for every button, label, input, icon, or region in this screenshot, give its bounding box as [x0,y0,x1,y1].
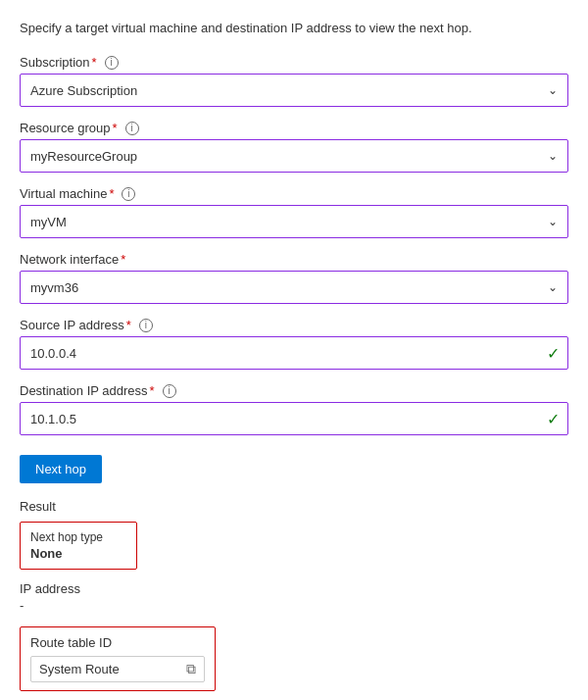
source-ip-label-text: Source IP address [20,318,124,332]
resource-group-dropdown[interactable]: myResourceGroup ⌄ [20,139,568,173]
source-ip-info-icon[interactable]: i [139,319,153,332]
ip-address-label: IP address [20,581,568,596]
subscription-required: * [92,55,97,70]
network-interface-label: Network interface * [20,252,568,267]
next-hop-type-value: None [30,546,126,561]
ip-address-value: - [20,598,568,613]
route-table-box: Route table ID System Route ⧉ [20,626,216,691]
result-section: Result Next hop type None IP address - R… [20,499,568,691]
destination-ip-required: * [150,383,155,398]
virtual-machine-value: myVM [30,215,548,229]
subscription-label-text: Subscription [20,55,90,70]
destination-ip-info-icon[interactable]: i [163,384,176,398]
route-table-inner: System Route ⧉ [30,656,205,682]
destination-ip-check-icon: ✓ [547,410,567,428]
virtual-machine-required: * [109,186,114,201]
destination-ip-input[interactable] [21,412,547,426]
next-hop-type-label: Next hop type [30,530,126,544]
destination-ip-label-text: Destination IP address [20,383,148,398]
network-interface-required: * [121,252,125,267]
source-ip-label: Source IP address * i [20,318,568,332]
virtual-machine-dropdown-arrow: ⌄ [548,215,558,228]
resource-group-value: myResourceGroup [30,149,548,164]
source-ip-check-icon: ✓ [547,344,567,363]
subscription-label: Subscription * i [20,55,568,70]
ip-address-section: IP address - [20,581,568,613]
resource-group-group: Resource group * i myResourceGroup ⌄ [20,121,568,173]
network-interface-label-text: Network interface [20,252,119,267]
virtual-machine-dropdown[interactable]: myVM ⌄ [20,205,568,238]
resource-group-dropdown-arrow: ⌄ [548,149,558,163]
resource-group-required: * [113,121,118,135]
subscription-dropdown-arrow: ⌄ [548,83,558,97]
network-interface-dropdown-arrow: ⌄ [548,280,558,294]
virtual-machine-label: Virtual machine * i [20,186,568,201]
source-ip-input-wrapper: ✓ [20,336,568,370]
network-interface-dropdown[interactable]: myvm36 ⌄ [20,271,568,304]
destination-ip-input-wrapper: ✓ [20,402,568,435]
network-interface-value: myvm36 [30,280,548,295]
subscription-dropdown[interactable]: Azure Subscription ⌄ [20,74,568,107]
page-description: Specify a target virtual machine and des… [20,20,568,37]
destination-ip-group: Destination IP address * i ✓ [20,383,568,435]
destination-ip-label: Destination IP address * i [20,383,568,398]
resource-group-info-icon[interactable]: i [125,122,139,135]
source-ip-input[interactable] [21,346,547,361]
next-hop-type-box: Next hop type None [20,522,137,570]
result-section-label: Result [20,499,568,514]
virtual-machine-info-icon[interactable]: i [122,187,135,201]
resource-group-label: Resource group * i [20,121,568,135]
route-table-label: Route table ID [30,635,205,650]
source-ip-required: * [126,318,131,332]
subscription-value: Azure Subscription [30,83,548,98]
virtual-machine-group: Virtual machine * i myVM ⌄ [20,186,568,238]
route-table-value: System Route [39,662,182,676]
source-ip-group: Source IP address * i ✓ [20,318,568,370]
virtual-machine-label-text: Virtual machine [20,186,107,201]
next-hop-button[interactable]: Next hop [20,455,102,483]
subscription-info-icon[interactable]: i [105,56,119,70]
copy-icon[interactable]: ⧉ [186,661,196,677]
network-interface-group: Network interface * myvm36 ⌄ [20,252,568,304]
subscription-group: Subscription * i Azure Subscription ⌄ [20,55,568,107]
resource-group-label-text: Resource group [20,121,111,135]
